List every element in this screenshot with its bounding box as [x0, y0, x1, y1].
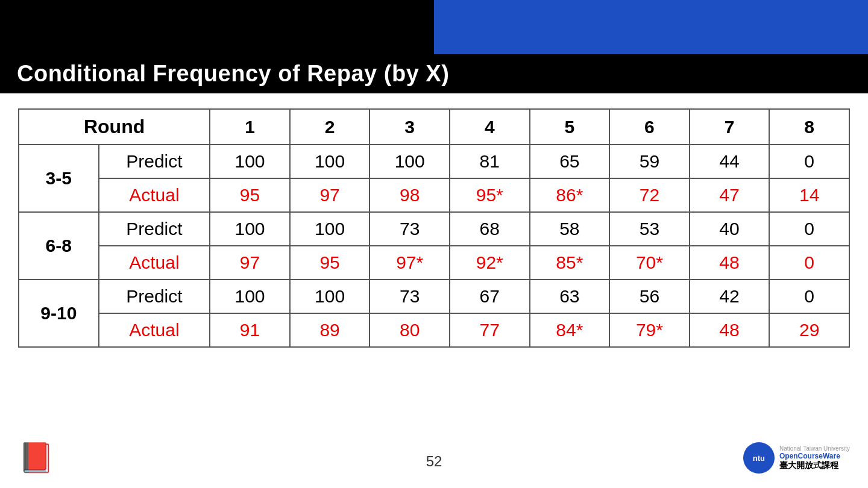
data-table: Round123456783-5Predict10010010081655944…	[18, 108, 850, 348]
row-label-0-1: Actual	[99, 178, 210, 212]
cell-0-1-1: 97	[290, 178, 370, 212]
cell-2-0-5: 56	[609, 280, 690, 313]
cell-1-0-1: 100	[290, 212, 370, 246]
ntu-line3: 臺大開放式課程	[779, 460, 850, 471]
row-label-1-0: Predict	[99, 212, 210, 246]
cell-0-1-5: 72	[609, 178, 690, 212]
row-label-2-1: Actual	[99, 313, 210, 347]
col-header-1: 1	[210, 109, 290, 145]
group-label-9-10: 9-10	[19, 280, 99, 347]
col-header-2: 2	[290, 109, 370, 145]
cell-2-0-2: 73	[370, 280, 450, 313]
cell-0-0-7: 0	[769, 145, 849, 178]
cell-1-1-4: 85*	[530, 246, 610, 280]
cell-2-1-6: 48	[690, 313, 770, 347]
cell-0-0-6: 44	[690, 145, 770, 178]
round-header: Round	[19, 109, 210, 145]
ntu-line2: OpenCourseWare	[779, 452, 850, 460]
cell-2-1-4: 84*	[530, 313, 610, 347]
cell-2-0-6: 42	[690, 280, 770, 313]
cell-2-1-5: 79*	[609, 313, 690, 347]
ntu-logo-text: National Taiwan University OpenCourseWar…	[779, 445, 850, 471]
cell-1-0-4: 58	[530, 212, 610, 246]
ntu-line1: National Taiwan University	[779, 445, 850, 452]
page-title: Conditional Frequency of Repay (by X)	[17, 61, 449, 87]
group-label-3-5: 3-5	[19, 145, 99, 212]
cell-0-1-0: 95	[210, 178, 290, 212]
cell-2-1-1: 89	[290, 313, 370, 347]
cell-1-0-3: 68	[450, 212, 530, 246]
row-label-0-0: Predict	[99, 145, 210, 178]
cell-1-1-5: 70*	[609, 246, 690, 280]
cell-2-0-3: 67	[450, 280, 530, 313]
col-header-3: 3	[370, 109, 450, 145]
cell-1-1-1: 95	[290, 246, 370, 280]
col-header-8: 8	[769, 109, 849, 145]
cell-1-1-6: 48	[690, 246, 770, 280]
cell-0-1-2: 98	[370, 178, 450, 212]
cell-2-1-0: 91	[210, 313, 290, 347]
bottom-area: 📕 52 ntu National Taiwan University Open…	[0, 428, 868, 488]
group-label-6-8: 6-8	[19, 212, 99, 280]
cell-2-0-7: 0	[769, 280, 849, 313]
cell-2-0-1: 100	[290, 280, 370, 313]
ntu-logo: ntu National Taiwan University OpenCours…	[743, 442, 850, 474]
cell-0-1-4: 86*	[530, 178, 610, 212]
cell-1-0-5: 53	[609, 212, 690, 246]
cell-2-1-7: 29	[769, 313, 849, 347]
cell-2-1-3: 77	[450, 313, 530, 347]
cell-0-0-2: 100	[370, 145, 450, 178]
cell-0-0-4: 65	[530, 145, 610, 178]
cell-0-1-7: 14	[769, 178, 849, 212]
cell-2-1-2: 80	[370, 313, 450, 347]
cell-1-1-2: 97*	[370, 246, 450, 280]
cell-0-0-0: 100	[210, 145, 290, 178]
cell-0-0-5: 59	[609, 145, 690, 178]
row-label-1-1: Actual	[99, 246, 210, 280]
title-bar: Conditional Frequency of Repay (by X)	[0, 54, 868, 93]
cell-1-1-0: 97	[210, 246, 290, 280]
col-header-5: 5	[530, 109, 610, 145]
cell-1-0-7: 0	[769, 212, 849, 246]
col-header-6: 6	[609, 109, 690, 145]
cell-0-1-6: 47	[690, 178, 770, 212]
book-icon: 📕	[18, 441, 54, 475]
cell-1-0-0: 100	[210, 212, 290, 246]
row-label-2-0: Predict	[99, 280, 210, 313]
col-header-4: 4	[450, 109, 530, 145]
ntu-abbr: ntu	[753, 454, 765, 463]
ntu-logo-circle: ntu	[743, 442, 775, 474]
cell-1-1-3: 92*	[450, 246, 530, 280]
cell-1-0-6: 40	[690, 212, 770, 246]
top-bar-blue	[434, 0, 868, 54]
cell-0-0-1: 100	[290, 145, 370, 178]
cell-0-0-3: 81	[450, 145, 530, 178]
cell-2-0-0: 100	[210, 280, 290, 313]
cell-1-0-2: 73	[370, 212, 450, 246]
top-bar-black	[0, 0, 868, 54]
cell-2-0-4: 63	[530, 280, 610, 313]
page-number: 52	[426, 453, 442, 470]
cell-0-1-3: 95*	[450, 178, 530, 212]
col-header-7: 7	[690, 109, 770, 145]
cell-1-1-7: 0	[769, 246, 849, 280]
